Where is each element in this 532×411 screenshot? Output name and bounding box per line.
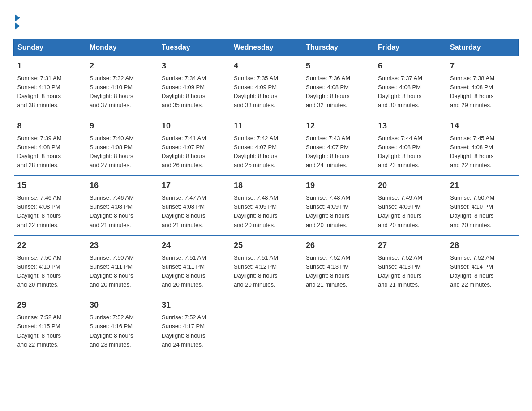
day-number: 14	[450, 120, 515, 132]
calendar-cell: 1Sunrise: 7:31 AMSunset: 4:10 PMDaylight…	[14, 56, 86, 116]
cell-info: Sunrise: 7:52 AMSunset: 4:13 PMDaylight:…	[306, 253, 370, 290]
calendar-cell: 13Sunrise: 7:44 AMSunset: 4:08 PMDayligh…	[374, 116, 446, 176]
day-number: 15	[17, 180, 82, 192]
col-header-friday: Friday	[374, 39, 446, 56]
cell-info: Sunrise: 7:50 AMSunset: 4:10 PMDaylight:…	[17, 253, 82, 290]
cell-info: Sunrise: 7:50 AMSunset: 4:10 PMDaylight:…	[450, 193, 515, 230]
day-number: 8	[17, 120, 82, 132]
cell-info: Sunrise: 7:47 AMSunset: 4:08 PMDaylight:…	[162, 193, 226, 230]
calendar-cell	[374, 295, 446, 355]
page-header	[13, 9, 519, 30]
calendar-cell: 27Sunrise: 7:52 AMSunset: 4:13 PMDayligh…	[374, 235, 446, 295]
calendar-cell: 24Sunrise: 7:51 AMSunset: 4:11 PMDayligh…	[158, 235, 230, 295]
cell-info: Sunrise: 7:35 AMSunset: 4:09 PMDaylight:…	[234, 74, 298, 110]
calendar-week-row: 15Sunrise: 7:46 AMSunset: 4:08 PMDayligh…	[14, 176, 519, 235]
day-number: 26	[306, 240, 370, 252]
calendar-cell	[302, 295, 374, 355]
day-number: 25	[234, 240, 298, 252]
calendar-cell	[230, 295, 302, 355]
day-number: 2	[90, 60, 154, 72]
cell-info: Sunrise: 7:32 AMSunset: 4:10 PMDaylight:…	[90, 74, 154, 110]
col-header-monday: Monday	[86, 39, 158, 56]
cell-info: Sunrise: 7:50 AMSunset: 4:11 PMDaylight:…	[90, 253, 154, 290]
calendar-cell: 25Sunrise: 7:51 AMSunset: 4:12 PMDayligh…	[230, 235, 302, 295]
day-number: 9	[90, 120, 154, 132]
calendar-cell: 20Sunrise: 7:49 AMSunset: 4:09 PMDayligh…	[374, 176, 446, 235]
cell-info: Sunrise: 7:52 AMSunset: 4:16 PMDaylight:…	[90, 313, 154, 349]
col-header-tuesday: Tuesday	[158, 39, 230, 56]
cell-info: Sunrise: 7:43 AMSunset: 4:07 PMDaylight:…	[306, 134, 370, 170]
day-number: 1	[17, 60, 82, 72]
day-number: 17	[162, 180, 226, 192]
cell-info: Sunrise: 7:41 AMSunset: 4:07 PMDaylight:…	[162, 134, 226, 170]
calendar-cell: 26Sunrise: 7:52 AMSunset: 4:13 PMDayligh…	[302, 235, 374, 295]
cell-info: Sunrise: 7:31 AMSunset: 4:10 PMDaylight:…	[17, 74, 82, 110]
cell-info: Sunrise: 7:42 AMSunset: 4:07 PMDaylight:…	[234, 134, 298, 170]
cell-info: Sunrise: 7:51 AMSunset: 4:11 PMDaylight:…	[162, 253, 226, 290]
day-number: 12	[306, 120, 370, 132]
col-header-sunday: Sunday	[14, 39, 86, 56]
cell-info: Sunrise: 7:49 AMSunset: 4:09 PMDaylight:…	[378, 193, 442, 230]
calendar-cell: 18Sunrise: 7:48 AMSunset: 4:09 PMDayligh…	[230, 176, 302, 235]
calendar-cell: 12Sunrise: 7:43 AMSunset: 4:07 PMDayligh…	[302, 116, 374, 176]
day-number: 5	[306, 60, 370, 72]
day-number: 30	[90, 299, 154, 311]
cell-info: Sunrise: 7:52 AMSunset: 4:14 PMDaylight:…	[450, 253, 515, 290]
calendar-cell: 4Sunrise: 7:35 AMSunset: 4:09 PMDaylight…	[230, 56, 302, 116]
day-number: 31	[162, 299, 226, 311]
col-header-thursday: Thursday	[302, 39, 374, 56]
calendar-cell: 8Sunrise: 7:39 AMSunset: 4:08 PMDaylight…	[14, 116, 86, 176]
calendar-cell: 3Sunrise: 7:34 AMSunset: 4:09 PMDaylight…	[158, 56, 230, 116]
cell-info: Sunrise: 7:38 AMSunset: 4:08 PMDaylight:…	[450, 74, 515, 110]
day-number: 19	[306, 180, 370, 192]
logo	[13, 13, 20, 30]
calendar-week-row: 29Sunrise: 7:52 AMSunset: 4:15 PMDayligh…	[14, 295, 519, 355]
calendar-cell: 31Sunrise: 7:52 AMSunset: 4:17 PMDayligh…	[158, 295, 230, 355]
col-header-wednesday: Wednesday	[230, 39, 302, 56]
day-number: 11	[234, 120, 298, 132]
cell-info: Sunrise: 7:48 AMSunset: 4:09 PMDaylight:…	[234, 193, 298, 230]
cell-info: Sunrise: 7:36 AMSunset: 4:08 PMDaylight:…	[306, 74, 370, 110]
calendar-cell: 17Sunrise: 7:47 AMSunset: 4:08 PMDayligh…	[158, 176, 230, 235]
day-number: 13	[378, 120, 442, 132]
day-number: 24	[162, 240, 226, 252]
calendar-cell: 15Sunrise: 7:46 AMSunset: 4:08 PMDayligh…	[14, 176, 86, 235]
day-number: 27	[378, 240, 442, 252]
cell-info: Sunrise: 7:48 AMSunset: 4:09 PMDaylight:…	[306, 193, 370, 230]
calendar-cell: 29Sunrise: 7:52 AMSunset: 4:15 PMDayligh…	[14, 295, 86, 355]
cell-info: Sunrise: 7:37 AMSunset: 4:08 PMDaylight:…	[378, 74, 442, 110]
day-number: 23	[90, 240, 154, 252]
calendar-header-row: SundayMondayTuesdayWednesdayThursdayFrid…	[14, 39, 519, 56]
calendar-cell	[446, 295, 519, 355]
calendar-week-row: 8Sunrise: 7:39 AMSunset: 4:08 PMDaylight…	[14, 116, 519, 176]
cell-info: Sunrise: 7:34 AMSunset: 4:09 PMDaylight:…	[162, 74, 226, 110]
day-number: 18	[234, 180, 298, 192]
col-header-saturday: Saturday	[446, 39, 519, 56]
cell-info: Sunrise: 7:45 AMSunset: 4:08 PMDaylight:…	[450, 134, 515, 170]
calendar-cell: 5Sunrise: 7:36 AMSunset: 4:08 PMDaylight…	[302, 56, 374, 116]
day-number: 4	[234, 60, 298, 72]
cell-info: Sunrise: 7:46 AMSunset: 4:08 PMDaylight:…	[17, 193, 82, 230]
day-number: 20	[378, 180, 442, 192]
calendar-table: SundayMondayTuesdayWednesdayThursdayFrid…	[13, 39, 519, 355]
calendar-cell: 9Sunrise: 7:40 AMSunset: 4:08 PMDaylight…	[86, 116, 158, 176]
cell-info: Sunrise: 7:52 AMSunset: 4:17 PMDaylight:…	[162, 313, 226, 349]
calendar-cell: 2Sunrise: 7:32 AMSunset: 4:10 PMDaylight…	[86, 56, 158, 116]
day-number: 6	[378, 60, 442, 72]
day-number: 28	[450, 240, 515, 252]
cell-info: Sunrise: 7:44 AMSunset: 4:08 PMDaylight:…	[378, 134, 442, 170]
calendar-cell: 28Sunrise: 7:52 AMSunset: 4:14 PMDayligh…	[446, 235, 519, 295]
day-number: 10	[162, 120, 226, 132]
cell-info: Sunrise: 7:40 AMSunset: 4:08 PMDaylight:…	[90, 134, 154, 170]
day-number: 29	[17, 299, 82, 311]
cell-info: Sunrise: 7:46 AMSunset: 4:08 PMDaylight:…	[90, 193, 154, 230]
calendar-cell: 6Sunrise: 7:37 AMSunset: 4:08 PMDaylight…	[374, 56, 446, 116]
calendar-cell: 23Sunrise: 7:50 AMSunset: 4:11 PMDayligh…	[86, 235, 158, 295]
day-number: 3	[162, 60, 226, 72]
calendar-cell: 22Sunrise: 7:50 AMSunset: 4:10 PMDayligh…	[14, 235, 86, 295]
calendar-week-row: 22Sunrise: 7:50 AMSunset: 4:10 PMDayligh…	[14, 235, 519, 295]
calendar-week-row: 1Sunrise: 7:31 AMSunset: 4:10 PMDaylight…	[14, 56, 519, 116]
day-number: 7	[450, 60, 515, 72]
calendar-cell: 11Sunrise: 7:42 AMSunset: 4:07 PMDayligh…	[230, 116, 302, 176]
day-number: 21	[450, 180, 515, 192]
